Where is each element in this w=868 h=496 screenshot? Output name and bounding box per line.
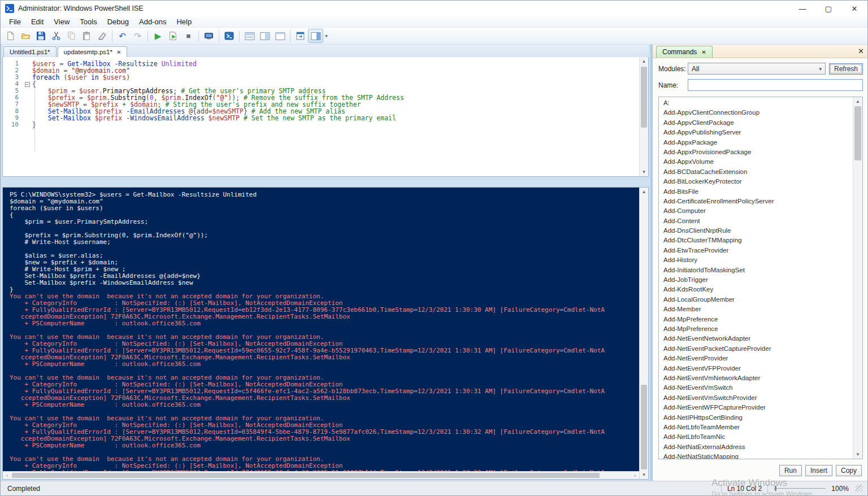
command-list-item[interactable]: Add-NetEventVmNetworkAdapter [659,373,853,383]
tab-close-icon[interactable]: ✕ [701,49,706,55]
command-list-item[interactable]: Add-InitiatorIdToMaskingSet [659,266,853,275]
command-list-item[interactable]: Add-MpPreference [659,324,853,334]
scrollbar-thumb[interactable] [641,385,647,469]
maximize-icon[interactable]: ▢ [815,1,841,16]
console-horizontal-scrollbar[interactable]: ‹ › [3,471,639,479]
command-list-item[interactable]: Add-NetEventVmSwitchProvider [659,393,853,403]
scroll-up-icon[interactable]: ▲ [640,188,648,196]
resize-grip[interactable] [856,485,863,492]
command-list-item[interactable]: Add-Computer [659,206,853,216]
script-code-area[interactable]: 1$users = Get-Mailbox -Resultsize Unlimi… [3,57,639,176]
scroll-up-icon[interactable]: ▲ [640,57,648,66]
menu-item-view[interactable]: View [49,16,75,27]
command-list-item[interactable]: Add-BCDataCacheExtension [659,167,853,177]
minimize-icon[interactable]: — [789,1,815,16]
tab-close-icon[interactable]: ✕ [116,49,121,55]
new-script-icon[interactable] [3,29,18,43]
tab-commands[interactable]: Commands ✕ [656,46,713,58]
command-list-item[interactable]: Add-Content [659,216,853,226]
show-script-pane-right-icon[interactable] [257,29,272,43]
scroll-left-icon[interactable]: ‹ [3,472,11,479]
clear-console-icon[interactable] [94,29,110,43]
editor-vertical-scrollbar[interactable]: ▲ ▼ [639,57,648,176]
command-list-item[interactable]: Add-KdsRootKey [659,285,853,294]
insert-button[interactable]: Insert [805,465,832,476]
command-list-item[interactable]: A: [659,98,853,108]
paste-icon[interactable] [79,29,94,43]
copy-button[interactable]: Copy [836,465,862,476]
start-powershell-icon[interactable] [222,29,237,43]
open-script-icon[interactable] [18,29,33,43]
name-input[interactable] [688,79,863,91]
command-list-item[interactable]: Add-History [659,255,853,265]
close-icon[interactable]: ✕ [841,1,867,16]
command-list-item[interactable]: Add-AppxPackage [659,138,853,147]
command-list-item[interactable]: Add-Member [659,304,853,314]
cut-icon[interactable] [49,29,64,43]
new-remote-powershell-tab-icon[interactable] [201,29,216,43]
scrollbar-thumb[interactable] [12,473,600,478]
tab-untitled1[interactable]: Untitled1.ps1* [3,46,57,57]
command-list-item[interactable]: Add-NetEventVmSwitch [659,383,853,393]
show-script-pane-maximized-icon[interactable] [272,29,288,43]
command-list-item[interactable]: Add-NetEventNetworkAdapter [659,334,853,343]
redo-icon[interactable]: ↷ [130,29,145,43]
refresh-button[interactable]: Refresh [829,63,863,75]
scroll-down-icon[interactable]: ▼ [640,168,648,176]
console-pane[interactable]: PS C:\WINDOWS\system32> $users = Get-Mai… [2,187,649,480]
horizontal-splitter[interactable] [2,177,649,187]
command-list-item[interactable]: Add-NetNatExternalAddress [659,442,853,452]
command-list-item[interactable]: Add-EtwTraceProvider [659,246,853,255]
script-pane-icon[interactable] [293,29,308,43]
undo-icon[interactable]: ↶ [115,29,130,43]
command-list-item[interactable]: Add-NetEventPacketCaptureProvider [659,344,853,354]
zoom-slider[interactable] [774,488,826,489]
run-button[interactable]: Run [779,465,802,476]
command-list-item[interactable]: Add-AppxProvisionedPackage [659,147,853,157]
menu-item-debug[interactable]: Debug [102,16,134,27]
scrollbar-thumb[interactable] [641,67,647,128]
menu-item-tools[interactable]: Tools [75,16,102,27]
scroll-down-icon[interactable]: ▼ [853,450,862,459]
copy-icon[interactable] [64,29,79,43]
console-output[interactable]: PS C:\WINDOWS\system32> $users = Get-Mai… [3,188,639,471]
command-list-item[interactable]: Add-CertificateEnrollmentPolicyServer [659,197,853,206]
command-list-item[interactable]: Add-NetEventVFPProvider [659,364,853,373]
command-list-item[interactable]: Add-AppvClientConnectionGroup [659,108,853,118]
command-list-item[interactable]: Add-NetEventWFPCaptureProvider [659,403,853,412]
menu-item-file[interactable]: File [4,16,26,27]
script-editor[interactable]: 1$users = Get-Mailbox -Resultsize Unlimi… [2,57,649,177]
tab-updatesmtp[interactable]: updatesmtp.ps1* ✕ [58,46,128,57]
command-list-item[interactable]: Add-BitsFile [659,187,853,197]
command-list-item[interactable]: Add-NetEventProvider [659,354,853,363]
modules-dropdown[interactable]: All ▾ [688,63,826,75]
command-list-item[interactable]: Add-LocalGroupMember [659,295,853,304]
command-list-item[interactable]: Add-MpPreference [659,315,853,324]
command-list-item[interactable]: Add-JobTrigger [659,275,853,285]
zoom-slider-thumb[interactable] [775,486,776,491]
commands-list[interactable]: A:Add-AppvClientConnectionGroupAdd-AppvC… [658,97,863,459]
toolbar-overflow-icon[interactable]: ▾ [325,33,328,39]
show-command-addon-icon[interactable] [308,29,323,43]
run-selection-icon[interactable] [166,29,181,43]
stop-operation-icon[interactable]: ■ [181,29,196,43]
command-list-item[interactable]: Add-AppvClientPackage [659,118,853,128]
command-list-item[interactable]: Add-NetNatStaticMapping [659,452,853,459]
command-list-item[interactable]: Add-AppvPublishingServer [659,128,853,137]
command-list-item[interactable]: Add-NetLbfoTeamMember [659,423,853,432]
menu-item-add-ons[interactable]: Add-ons [134,16,171,27]
menu-item-edit[interactable]: Edit [26,16,49,27]
commands-list-scrollbar[interactable]: ▲ ▼ [853,97,862,459]
console-vertical-scrollbar[interactable]: ▲ ▼ [639,188,648,479]
scroll-right-icon[interactable]: › [631,472,639,479]
command-list-item[interactable]: Add-AppxVolume [659,157,853,167]
close-addon-pane-icon[interactable]: ✕ [858,47,864,55]
show-script-pane-top-icon[interactable] [242,29,257,43]
save-icon[interactable] [33,29,49,43]
command-list-item[interactable]: Add-BitLockerKeyProtector [659,177,853,186]
scrollbar-thumb[interactable] [854,106,861,160]
command-list-item[interactable]: Add-DnsClientNrptRule [659,226,853,236]
command-list-item[interactable]: Add-NetLbfoTeamNic [659,432,853,442]
scroll-down-icon[interactable]: ▼ [640,471,648,479]
fold-collapse-icon[interactable]: − [25,82,30,87]
